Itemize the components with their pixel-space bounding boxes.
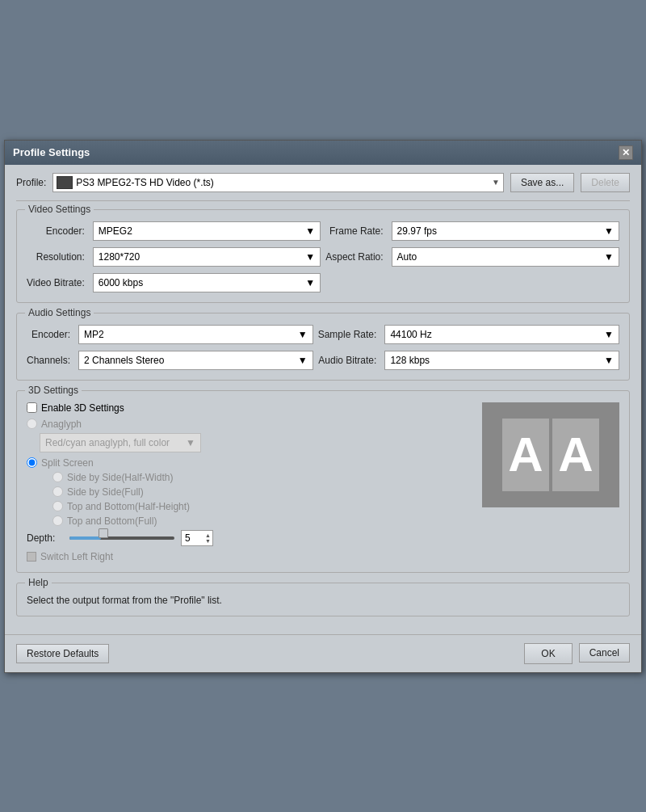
anaglyph-select[interactable]: Red/cyan anaglyph, full color ▼ — [40, 433, 201, 452]
channels-select[interactable]: 2 Channels Stereo ▼ — [78, 351, 313, 370]
top-bottom-full-label: Top and Bottom(Full) — [67, 515, 157, 527]
profile-select-text: PS3 MPEG2-TS HD Video (*.ts) — [76, 177, 489, 188]
sample-rate-value: 44100 Hz — [390, 329, 431, 340]
video-bitrate-select[interactable]: 6000 kbps ▼ — [93, 273, 321, 292]
video-encoder-arrow: ▼ — [305, 225, 315, 237]
3d-content: Enable 3D Settings Anaglyph Red/cyan ana… — [27, 402, 619, 562]
resolution-label: Resolution: — [27, 251, 88, 263]
profile-select-wrapper[interactable]: PS3 MPEG2-TS HD Video (*.ts) ▼ — [52, 173, 504, 192]
frame-rate-arrow: ▼ — [604, 225, 614, 237]
channels-arrow: ▼ — [298, 355, 308, 366]
dialog-title: Profile Settings — [13, 146, 90, 158]
split-screen-label: Split Screen — [41, 457, 94, 469]
bottom-right-buttons: OK Cancel — [524, 643, 630, 664]
spin-down-arrow[interactable]: ▼ — [205, 538, 211, 544]
aspect-ratio-label: Aspect Ratio: — [325, 251, 386, 263]
aspect-ratio-value: Auto — [397, 251, 417, 263]
audio-bitrate-arrow: ▼ — [604, 355, 614, 366]
side-by-side-full-row: Side by Side(Full) — [27, 486, 474, 498]
slider-track — [69, 536, 174, 540]
frame-rate-label: Frame Rate: — [325, 225, 386, 237]
video-settings-section: Video Settings Encoder: MPEG2 ▼ Frame Ra… — [16, 209, 630, 303]
video-bitrate-label: Video Bitrate: — [27, 277, 88, 288]
cancel-button[interactable]: Cancel — [579, 643, 630, 663]
top-bottom-half-radio[interactable] — [52, 501, 63, 511]
anaglyph-row: Anaglyph — [27, 419, 474, 430]
bottom-bar: Restore Defaults OK Cancel — [5, 634, 641, 672]
audio-settings-title: Audio Settings — [25, 307, 94, 318]
top-bottom-full-row: Top and Bottom(Full) — [27, 515, 474, 527]
audio-settings-section: Audio Settings Encoder: MP2 ▼ Sample Rat… — [16, 313, 630, 381]
dialog-body: Profile: PS3 MPEG2-TS HD Video (*.ts) ▼ … — [5, 165, 641, 634]
resolution-value: 1280*720 — [99, 251, 140, 263]
close-button[interactable]: ✕ — [619, 145, 633, 160]
depth-label: Depth: — [27, 532, 63, 544]
slider-thumb[interactable] — [99, 528, 108, 538]
channels-value: 2 Channels Stereo — [84, 355, 164, 366]
sample-rate-select[interactable]: 44100 Hz ▼ — [384, 325, 619, 344]
preview-letter-1: A — [502, 419, 549, 491]
resolution-select[interactable]: 1280*720 ▼ — [93, 247, 321, 267]
anaglyph-arrow: ▼ — [186, 437, 195, 448]
video-settings-grid: Encoder: MPEG2 ▼ Frame Rate: 29.97 fps ▼… — [27, 221, 619, 292]
depth-spinbox[interactable]: 5 ▲ ▼ — [181, 530, 213, 546]
profile-icon — [57, 176, 73, 189]
switch-left-right-row: Switch Left Right — [27, 551, 474, 562]
side-by-side-full-radio[interactable] — [52, 486, 63, 497]
help-text: Select the output format from the "Profi… — [27, 595, 619, 606]
video-encoder-select[interactable]: MPEG2 ▼ — [93, 221, 321, 241]
audio-bitrate-label: Audio Bitrate: — [318, 355, 380, 366]
enable-3d-checkbox[interactable] — [27, 402, 37, 413]
enable-3d-row: Enable 3D Settings — [27, 402, 474, 414]
anaglyph-value: Red/cyan anaglyph, full color — [45, 437, 170, 448]
frame-rate-value: 29.97 fps — [397, 225, 437, 237]
3d-left: Enable 3D Settings Anaglyph Red/cyan ana… — [27, 402, 474, 562]
profile-settings-dialog: Profile Settings ✕ Profile: PS3 MPEG2-TS… — [4, 140, 642, 673]
side-by-side-half-radio[interactable] — [52, 472, 63, 482]
top-bottom-half-label: Top and Bottom(Half-Height) — [67, 501, 190, 512]
audio-bitrate-value: 128 kbps — [390, 355, 430, 366]
depth-slider[interactable] — [69, 532, 174, 545]
3d-settings-title: 3D Settings — [25, 385, 82, 396]
audio-encoder-arrow: ▼ — [298, 329, 308, 340]
help-section: Help Select the output format from the "… — [16, 583, 630, 616]
ok-button[interactable]: OK — [524, 643, 572, 664]
resolution-arrow: ▼ — [305, 251, 315, 263]
profile-row: Profile: PS3 MPEG2-TS HD Video (*.ts) ▼ … — [16, 173, 630, 201]
channels-label: Channels: — [27, 355, 73, 366]
anaglyph-radio[interactable] — [27, 419, 37, 429]
preview-letter-2: A — [552, 419, 599, 491]
title-bar: Profile Settings ✕ — [5, 141, 641, 165]
3d-right: A A — [482, 402, 619, 562]
audio-encoder-select[interactable]: MP2 ▼ — [78, 325, 313, 344]
audio-bitrate-select[interactable]: 128 kbps ▼ — [384, 351, 619, 370]
slider-fill — [69, 536, 101, 540]
spin-arrows: ▲ ▼ — [205, 532, 211, 544]
depth-row: Depth: 5 ▲ ▼ — [27, 530, 474, 546]
delete-button[interactable]: Delete — [581, 173, 630, 192]
spin-up-arrow[interactable]: ▲ — [205, 532, 211, 538]
frame-rate-select[interactable]: 29.97 fps ▼ — [392, 221, 619, 241]
anaglyph-label: Anaglyph — [41, 419, 82, 430]
depth-value: 5 — [185, 532, 191, 544]
save-as-button[interactable]: Save as... — [510, 173, 574, 192]
restore-defaults-button[interactable]: Restore Defaults — [16, 644, 109, 663]
profile-dropdown-arrow: ▼ — [492, 178, 500, 187]
switch-checkbox[interactable] — [27, 552, 36, 562]
aspect-ratio-arrow: ▼ — [604, 251, 614, 263]
audio-settings-grid: Encoder: MP2 ▼ Sample Rate: 44100 Hz ▼ C… — [27, 325, 619, 370]
video-settings-title: Video Settings — [25, 204, 94, 215]
switch-label: Switch Left Right — [40, 551, 113, 562]
profile-label: Profile: — [16, 177, 46, 188]
aspect-ratio-select[interactable]: Auto ▼ — [392, 247, 619, 267]
side-by-side-half-label: Side by Side(Half-Width) — [67, 472, 173, 483]
3d-settings-section: 3D Settings Enable 3D Settings Anaglyph — [16, 390, 630, 573]
audio-encoder-value: MP2 — [84, 329, 104, 340]
video-bitrate-value: 6000 kbps — [99, 277, 143, 288]
video-encoder-label: Encoder: — [27, 225, 88, 237]
split-screen-row: Split Screen — [27, 457, 474, 469]
split-screen-radio[interactable] — [27, 457, 37, 468]
video-encoder-value: MPEG2 — [99, 225, 132, 237]
video-bitrate-arrow: ▼ — [305, 277, 315, 288]
top-bottom-full-radio[interactable] — [52, 515, 63, 526]
